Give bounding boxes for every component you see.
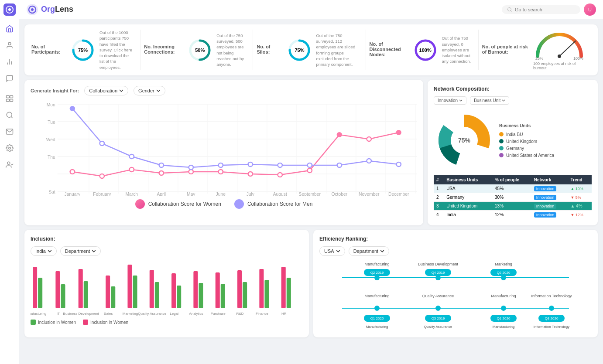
sidebar-item-home[interactable] [3, 22, 17, 36]
row3-num: 3 [434, 202, 444, 211]
kpi-row: No. of Participants: 75% Out of the 1000… [24, 24, 598, 75]
sidebar-item-chart[interactable] [3, 55, 17, 69]
bottom-row: Inclusion: India Department [24, 230, 598, 337]
gender-dropdown[interactable]: Gender [134, 86, 165, 95]
svg-text:Q4 2019: Q4 2019 [432, 271, 445, 275]
chart-header: Generate Insight For: Collaboration Gend… [31, 86, 417, 95]
sidebar-item-settings[interactable] [3, 141, 17, 155]
table-row: 2 Germany 30% Innovation ▼ 5% [434, 193, 592, 202]
sidebar-item-person-check[interactable] [3, 158, 17, 172]
innovation-filter[interactable]: Innovation [434, 96, 466, 105]
kpi-participants: No. of Participants: 75% Out of the 1000… [31, 30, 140, 70]
india-label: India BU [506, 132, 523, 137]
eff-country-filter[interactable]: USA [319, 246, 345, 256]
svg-text:Q1 2020: Q1 2020 [497, 316, 510, 320]
svg-text:Q1 2020: Q1 2020 [370, 316, 384, 320]
svg-rect-101 [111, 286, 115, 308]
svg-text:August: August [273, 192, 287, 196]
collaboration-dropdown[interactable]: Collaboration [84, 86, 128, 95]
svg-point-10 [7, 112, 12, 117]
svg-point-69 [219, 170, 223, 174]
kpi-incoming: No. Incoming Connections: 50% Out of the… [144, 30, 253, 70]
efficiency-filters: USA Department [319, 246, 592, 256]
kpi-burnout-desc: 100 employees at risk of burnout [533, 61, 586, 70]
svg-point-74 [367, 137, 371, 141]
svg-text:March: March [126, 192, 138, 196]
gauge-min: 25% [535, 56, 543, 61]
inclusion-dept-filter[interactable]: Department [60, 246, 101, 256]
inclusion-country-filter[interactable]: India [31, 246, 57, 256]
row4-unit: India [444, 211, 492, 219]
svg-point-79 [159, 163, 164, 167]
svg-text:December: December [388, 192, 409, 196]
kpi-silos-circle: 75% [287, 38, 312, 62]
row3-pct: 13% [492, 202, 531, 211]
svg-point-66 [130, 167, 134, 172]
svg-text:HR: HR [281, 312, 287, 316]
svg-point-160 [549, 306, 554, 311]
row4-network: Innovation [531, 211, 568, 219]
chart-legend: Collaboration Score for Women Collaborat… [31, 199, 417, 209]
business-units-header: Business Units [499, 123, 554, 128]
svg-text:Analytics: Analytics [189, 312, 203, 316]
th-trend: Trend [568, 175, 592, 184]
svg-rect-8 [6, 99, 9, 102]
efficiency-title: Efficiency Ranking: [319, 236, 592, 242]
svg-rect-97 [61, 284, 65, 308]
svg-point-76 [70, 106, 75, 111]
eff-dept-filter[interactable]: Department [349, 246, 389, 256]
inclusion-legend: Inclusion in Women Inclusion in Women [31, 320, 303, 325]
row3-trend: ▲ 4% [568, 202, 592, 211]
search-input[interactable] [515, 7, 567, 12]
svg-rect-102 [127, 265, 132, 308]
svg-text:Business Development: Business Development [418, 262, 459, 266]
svg-text:75%: 75% [458, 137, 471, 144]
row3-unit: United Kingdom [444, 202, 492, 211]
kpi-participants-label: No. of Participants: [31, 44, 66, 54]
kpi-burnout-label: No. of people at risk of Burnout: [482, 44, 529, 54]
svg-text:Wed: Wed [46, 137, 55, 142]
svg-text:September: September [299, 192, 321, 196]
sidebar-item-chat[interactable] [3, 71, 17, 85]
chart-generate-label: Generate Insight For: [31, 88, 79, 93]
svg-rect-106 [171, 273, 176, 308]
svg-point-16 [31, 8, 34, 11]
sidebar-item-person[interactable] [3, 38, 17, 52]
svg-text:Legal: Legal [170, 312, 178, 316]
svg-point-152 [435, 306, 441, 311]
chart-panel: Generate Insight For: Collaboration Gend… [24, 80, 423, 225]
table-row: 1 USA 45% Innovation ▲ 10% [434, 184, 592, 193]
svg-text:February: February [93, 192, 111, 196]
kpi-disconnected: No. of Disconnected Nodes: 100% Out of t… [370, 30, 479, 70]
svg-text:January: January [65, 192, 81, 196]
business-unit-filter[interactable]: Business Unit [470, 96, 509, 105]
sidebar-item-search[interactable] [3, 108, 17, 122]
topbar: OrgLens U [19, 0, 603, 19]
avatar: U [584, 3, 596, 16]
inc-women-label: Inclusion in Women [38, 320, 76, 325]
legend-india: India BU [499, 132, 554, 137]
svg-rect-108 [193, 271, 198, 308]
svg-text:June: June [216, 192, 226, 196]
kpi-participants-circle: 75% [71, 38, 95, 62]
kpi-participants-desc: Out of the 1000 participants 750 have fi… [99, 30, 135, 70]
svg-rect-117 [287, 278, 291, 308]
table-row: 4 India 12% Innovation ▼ 12% [434, 211, 592, 219]
sidebar-item-mail[interactable] [3, 125, 17, 139]
logo-org: Org [41, 5, 55, 14]
svg-rect-113 [243, 282, 247, 308]
network-chart-row: 75% Business Units India BU United [434, 110, 592, 171]
kpi-incoming-value: 50% [195, 48, 205, 53]
svg-point-72 [308, 168, 312, 173]
svg-point-156 [501, 306, 506, 311]
svg-point-78 [130, 154, 134, 159]
legend-germany: Germany [499, 146, 554, 151]
sidebar-item-settings-gear[interactable] [3, 92, 17, 105]
svg-text:Manufacturing: Manufacturing [491, 294, 516, 298]
svg-text:Manufacturing: Manufacturing [364, 262, 389, 266]
search-bar[interactable] [502, 5, 580, 14]
legend-women-label: Collaboration Score for Women [148, 201, 221, 207]
svg-point-71 [278, 173, 282, 177]
svg-rect-116 [281, 267, 286, 308]
legend-uk: United Kingdom [499, 139, 554, 144]
